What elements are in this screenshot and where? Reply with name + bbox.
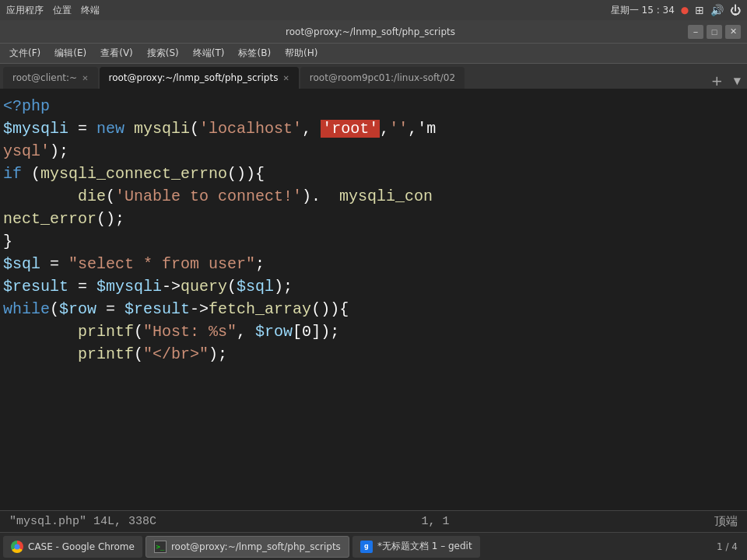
status-bar: "mysql.php" 14L, 338C 1, 1 顶端 — [0, 510, 747, 532]
chrome-icon — [11, 541, 23, 553]
system-bar-right: 星期一 15 : 34 ● ⊞ 🔊 ⏻ — [611, 4, 741, 17]
taskbar-terminal[interactable]: >_ root@proxy:~/lnmp_soft/php_scripts — [146, 536, 349, 558]
gedit-icon: g — [360, 541, 373, 553]
tab-close-client[interactable]: ✕ — [82, 74, 88, 82]
maximize-button[interactable]: □ — [707, 25, 722, 39]
taskbar: CASE - Google Chrome >_ root@proxy:~/lnm… — [0, 532, 747, 560]
new-tab-button[interactable]: + — [707, 72, 728, 89]
cursor-position: 1, 1 — [422, 515, 450, 528]
search-menu[interactable]: 搜索(S) — [141, 45, 185, 61]
network-icon: ⊞ — [695, 4, 704, 16]
tab-label-proxy: root@proxy:~/lnmp_soft/php_scripts — [109, 72, 279, 83]
page-indicator: 1 / 4 — [717, 541, 744, 552]
code-line-10: while($row = $result->fetch_array()){ — [3, 298, 744, 320]
code-line-8: $sql = "select * from user"; — [3, 253, 744, 275]
menu-bar: 文件(F) 编辑(E) 查看(V) 搜索(S) 终端(T) 标签(B) 帮助(H… — [0, 44, 747, 64]
code-line-6: nect_error(); — [3, 208, 744, 230]
indicator-dot: ● — [681, 5, 689, 16]
taskbar-chrome-label: CASE - Google Chrome — [28, 541, 135, 552]
taskbar-terminal-label: root@proxy:~/lnmp_soft/php_scripts — [171, 541, 341, 552]
volume-icon: 🔊 — [710, 4, 724, 16]
tab-actions: + ▼ — [707, 72, 744, 89]
tabs-menu[interactable]: 标签(B) — [232, 45, 277, 61]
scroll-position: 顶端 — [714, 514, 738, 529]
code-line-7: } — [3, 230, 744, 253]
code-line-3: ysql'); — [3, 140, 744, 163]
minimize-button[interactable]: − — [688, 25, 703, 39]
code-line-9: $result = $mysqli->query($sql); — [3, 275, 744, 298]
tab-close-proxy[interactable]: ✕ — [282, 74, 289, 82]
view-menu[interactable]: 查看(V) — [94, 45, 139, 61]
code-line-1: <?php — [3, 95, 744, 117]
file-menu[interactable]: 文件(F) — [3, 45, 47, 61]
code-line-5: die('Unable to connect!'). mysqli_con — [3, 185, 744, 208]
tab-dropdown-button[interactable]: ▼ — [731, 75, 744, 86]
code-line-4: if (mysqli_connect_errno()){ — [3, 163, 744, 185]
datetime-display: 星期一 15 : 34 — [611, 4, 675, 17]
terminal-menu[interactable]: 终端 — [81, 4, 100, 17]
taskbar-gedit-label: *无标题文档 1 – gedit — [377, 540, 472, 553]
system-bar-left: 应用程序 位置 终端 — [6, 4, 100, 17]
tab-label-client: root@client:~ — [12, 72, 77, 83]
terminal-icon: >_ — [154, 541, 167, 553]
tab-proxy[interactable]: root@proxy:~/lnmp_soft/php_scripts ✕ — [100, 67, 299, 89]
taskbar-chrome[interactable]: CASE - Google Chrome — [3, 536, 142, 558]
code-line-2: $mysqli = new mysqli('localhost', 'root'… — [3, 117, 744, 140]
apps-menu[interactable]: 应用程序 — [6, 4, 44, 17]
tab-bar: root@client:~ ✕ root@proxy:~/lnmp_soft/p… — [0, 64, 747, 89]
close-button[interactable]: ✕ — [725, 25, 741, 39]
tab-client[interactable]: root@client:~ ✕ — [3, 67, 98, 89]
edit-menu[interactable]: 编辑(E) — [48, 45, 93, 61]
window-title: root@proxy:~/lnmp_soft/php_scripts — [53, 26, 688, 37]
title-bar: root@proxy:~/lnmp_soft/php_scripts − □ ✕ — [0, 20, 747, 44]
help-menu[interactable]: 帮助(H) — [279, 45, 324, 61]
power-icon: ⏻ — [730, 4, 741, 16]
taskbar-gedit[interactable]: g *无标题文档 1 – gedit — [352, 536, 480, 558]
code-line-11: printf("Host: %s", $row[0]); — [3, 320, 744, 343]
system-bar: 应用程序 位置 终端 星期一 15 : 34 ● ⊞ 🔊 ⏻ — [0, 0, 747, 20]
file-info: "mysql.php" 14L, 338C — [9, 515, 156, 528]
window-controls: − □ ✕ — [688, 25, 741, 39]
position-menu[interactable]: 位置 — [53, 4, 72, 17]
terminal-menu-item[interactable]: 终端(T) — [187, 45, 231, 61]
tab-room9[interactable]: root@room9pc01:/linux-soft/02 — [300, 67, 465, 89]
code-editor[interactable]: <?php $mysqli = new mysqli('localhost', … — [0, 89, 747, 510]
code-line-12: printf("</br>"); — [3, 343, 744, 366]
tab-label-room9: root@room9pc01:/linux-soft/02 — [310, 72, 455, 83]
